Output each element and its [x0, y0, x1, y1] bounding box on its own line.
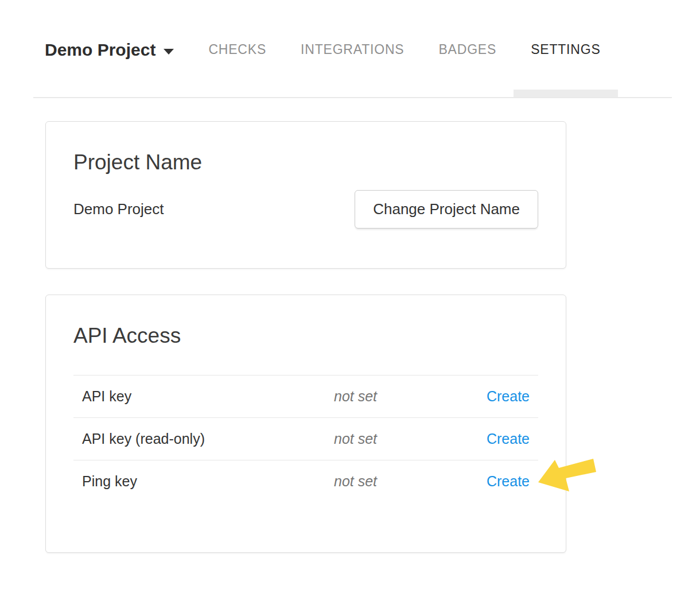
ping-key-label: Ping key [82, 473, 334, 490]
api-key-read-only-create-link[interactable]: Create [487, 431, 530, 447]
tab-badges[interactable]: BADGES [421, 40, 514, 97]
api-key-value: not set [334, 388, 487, 405]
nav-tabs: CHECKS INTEGRATIONS BADGES SETTINGS [191, 40, 617, 97]
table-row-api-key: API key not set Create [73, 375, 538, 417]
project-name-card-title: Project Name [73, 150, 538, 175]
table-row-ping-key: Ping key not set Create [73, 460, 538, 502]
api-access-card-title: API Access [73, 324, 538, 348]
project-switcher-dropdown[interactable]: Demo Project [45, 40, 174, 60]
change-project-name-button[interactable]: Change Project Name [355, 190, 538, 229]
project-switcher-label: Demo Project [45, 40, 155, 60]
settings-content: Project Name Demo Project Change Project… [45, 121, 566, 553]
project-name-card: Project Name Demo Project Change Project… [45, 121, 566, 269]
current-project-name: Demo Project [73, 200, 164, 218]
project-name-row: Demo Project Change Project Name [73, 190, 538, 229]
top-navigation-bar: Demo Project CHECKS INTEGRATIONS BADGES … [33, 0, 672, 98]
api-access-card: API Access API key not set Create API ke… [45, 295, 566, 553]
api-key-read-only-value: not set [334, 431, 487, 447]
api-keys-table: API key not set Create API key (read-onl… [73, 375, 538, 502]
api-key-create-link[interactable]: Create [487, 388, 530, 405]
api-key-label: API key [82, 388, 334, 405]
ping-key-create-link[interactable]: Create [487, 473, 530, 490]
tab-checks[interactable]: CHECKS [191, 40, 283, 97]
ping-key-value: not set [334, 473, 487, 490]
tab-integrations[interactable]: INTEGRATIONS [283, 40, 421, 97]
api-key-read-only-label: API key (read-only) [82, 431, 334, 447]
table-row-api-key-read-only: API key (read-only) not set Create [73, 417, 538, 460]
tab-settings[interactable]: SETTINGS [514, 40, 617, 97]
chevron-down-icon [164, 49, 174, 55]
